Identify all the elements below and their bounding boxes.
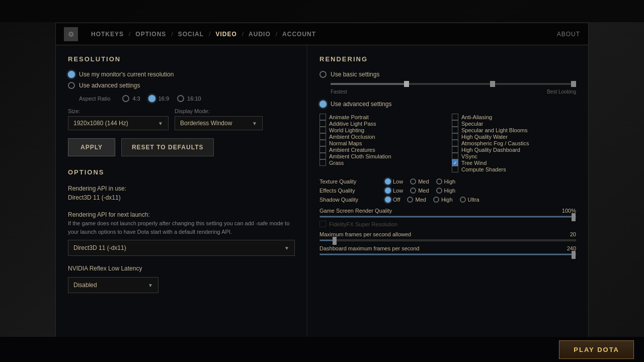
nav-video[interactable]: VIDEO [210,31,242,38]
cb-normal-maps[interactable]: Normal Maps [319,140,444,146]
display-dropdown[interactable]: Borderless Window ▼ [175,116,263,130]
texture-low-radio[interactable] [385,178,391,185]
aspect-43[interactable]: 4:3 [122,95,140,102]
quality-section: Texture Quality Low Med High [319,178,576,203]
basic-settings-option[interactable]: Use basic settings [319,71,576,78]
basic-slider-track[interactable] [331,83,576,85]
cb-compute-shaders[interactable]: Compute Shaders [452,166,576,172]
cb-anti-aliasing[interactable]: Anti-Aliasing [452,114,576,120]
cb-ambient-occlusion[interactable]: Ambient Occlusion [319,133,444,140]
cb-grass-label: Grass [329,160,344,166]
cb-vsync[interactable]: VSync [452,153,576,159]
cb-animate-portrait[interactable]: Animate Portrait [319,114,444,120]
max-frames-thumb[interactable] [333,237,337,245]
texture-med[interactable]: Med [410,178,429,185]
cb-ambient-cloth[interactable]: Ambient Cloth Simulation [319,153,444,159]
aspect-1610[interactable]: 16:10 [177,95,201,102]
aspect-1610-radio[interactable] [177,95,184,102]
texture-med-radio[interactable] [410,178,416,185]
nav-hotkeys[interactable]: HOTKEYS [86,31,129,38]
cb-additive-light[interactable]: Additive Light Pass [319,120,444,127]
cb-ambient-creatures[interactable]: Ambient Creatures [319,146,444,153]
checkboxes-left-col: Animate Portrait Additive Light Pass Wor… [319,114,444,172]
apply-button[interactable]: APPLY [68,138,115,156]
fidelity-box[interactable] [319,221,326,227]
cb-additive-light-box[interactable] [319,120,326,127]
nav-account[interactable]: ACCOUNT [277,31,321,38]
nav-items: HOTKEYS / OPTIONS / SOCIAL / VIDEO / AUD… [86,31,557,38]
dashboard-frames-thumb[interactable] [572,251,576,259]
cb-vsync-box[interactable] [452,153,458,159]
nav-audio[interactable]: AUDIO [244,31,276,38]
fidelity-checkbox[interactable]: FidelityFX Super Resolution [319,221,576,227]
cb-ambient-creatures-box[interactable] [319,146,326,153]
shadow-high-radio[interactable] [433,197,439,203]
cb-ambient-occlusion-box[interactable] [319,133,326,140]
cb-hq-water[interactable]: High Quality Water [452,133,576,140]
shadow-med-radio[interactable] [407,197,413,203]
effects-med[interactable]: Med [410,188,429,194]
cb-grass-box[interactable] [319,159,326,166]
nvidia-dropdown[interactable]: Disabled ▼ [68,277,158,293]
basic-settings-radio[interactable] [319,71,327,78]
resolution-radio1[interactable] [68,71,75,78]
cb-hq-dashboard-box[interactable] [452,146,458,153]
shadow-med[interactable]: Med [407,197,426,203]
texture-high[interactable]: High [436,178,456,185]
advanced-settings-option[interactable]: Use advanced settings [319,101,576,108]
shadow-off[interactable]: Off [385,197,400,203]
size-dropdown[interactable]: 1920x1080 (144 Hz) ▼ [68,116,169,130]
reset-button[interactable]: RESET TO DEFAULTS [121,138,214,156]
checkboxes-right-col: Anti-Aliasing Specular Specular and Ligh… [452,114,576,172]
cb-hq-dashboard[interactable]: High Quality Dashboard [452,146,576,153]
cb-atmo-fog-label: Atmospheric Fog / Caustics [461,140,529,146]
cb-atmo-fog[interactable]: Atmospheric Fog / Caustics [452,140,576,146]
aspect-169[interactable]: 16:9 [148,95,169,102]
shadow-ultra[interactable]: Ultra [460,197,479,203]
shadow-off-radio[interactable] [385,197,391,203]
max-frames-slider[interactable] [319,239,576,241]
cb-tree-wind-box[interactable] [452,159,458,166]
effects-high-radio[interactable] [436,188,442,194]
play-button[interactable]: PLAY DOTA [559,340,634,359]
advanced-settings-radio[interactable] [319,101,327,108]
cb-hq-water-box[interactable] [452,133,458,140]
effects-low[interactable]: Low [385,188,403,194]
cb-normal-maps-box[interactable] [319,140,326,146]
cb-ambient-cloth-box[interactable] [319,153,326,159]
shadow-ultra-radio[interactable] [460,197,466,203]
cb-specular-box[interactable] [452,120,458,127]
gear-icon[interactable]: ⚙ [64,27,78,41]
cb-atmo-fog-box[interactable] [452,140,458,146]
effects-high[interactable]: High [436,188,456,194]
resolution-radio2[interactable] [68,82,75,89]
cb-specular-blooms[interactable]: Specular and Light Blooms [452,127,576,133]
effects-med-radio[interactable] [410,188,416,194]
nav-social[interactable]: SOCIAL [173,31,209,38]
nav-options[interactable]: OPTIONS [130,31,171,38]
effects-low-radio[interactable] [385,188,391,194]
shadow-high[interactable]: High [433,197,453,203]
cb-tree-wind[interactable]: Tree Wind [452,159,576,166]
cb-world-lighting-box[interactable] [319,127,326,133]
resolution-option1[interactable]: Use my monitor's current resolution [68,71,295,78]
texture-low[interactable]: Low [385,178,403,185]
cb-grass[interactable]: Grass [319,159,444,166]
cb-animate-portrait-box[interactable] [319,114,326,120]
nav-about[interactable]: ABOUT [557,31,580,38]
texture-high-radio[interactable] [436,178,442,185]
dashboard-frames-slider[interactable] [319,253,576,255]
cb-anti-aliasing-box[interactable] [452,114,458,120]
cb-world-lighting[interactable]: World Lighting [319,127,444,133]
cb-specular[interactable]: Specular [452,120,576,127]
aspect-43-radio[interactable] [122,95,129,102]
rendering-api-dropdown[interactable]: Direct3D 11 (-dx11) ▼ [68,240,295,256]
resolution-option2[interactable]: Use advanced settings [68,82,295,89]
cb-specular-blooms-box[interactable] [452,127,458,133]
game-screen-thumb[interactable] [572,213,576,221]
cb-compute-shaders-box[interactable] [452,166,458,172]
effects-quality-options: Low Med High [385,188,455,194]
basic-slider-thumb[interactable] [404,81,409,87]
game-screen-slider[interactable] [319,216,576,218]
aspect-169-radio[interactable] [148,95,155,102]
